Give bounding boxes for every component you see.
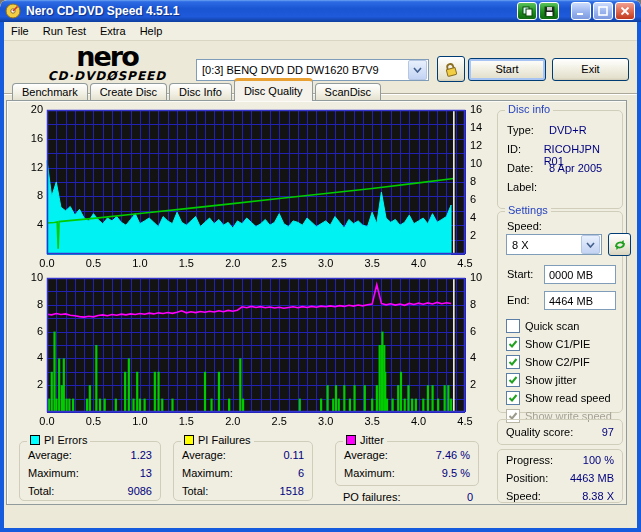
menu-help[interactable]: Help bbox=[133, 23, 170, 39]
start-position-field[interactable] bbox=[544, 265, 616, 284]
pie-maximum-value: 13 bbox=[140, 467, 152, 479]
po-failures-value: 0 bbox=[467, 491, 473, 503]
check-icon bbox=[508, 357, 518, 367]
chevron-down-icon bbox=[586, 242, 595, 248]
disc-info-group: Disc info Type:DVD+R ID:RICOHJPN R01 Dat… bbox=[497, 110, 623, 209]
tab-benchmark[interactable]: Benchmark bbox=[12, 83, 88, 101]
pi-errors-chart bbox=[21, 105, 499, 271]
checkbox-label: Show C1/PIE bbox=[525, 338, 590, 350]
lock-icon bbox=[443, 61, 459, 77]
checkbox-box[interactable] bbox=[506, 337, 520, 351]
menu-run-test[interactable]: Run Test bbox=[36, 23, 93, 39]
pie-maximum-label: Maximum: bbox=[28, 467, 140, 479]
checkbox-label: Show C2/PIF bbox=[525, 356, 590, 368]
checkbox-quick-scan[interactable]: Quick scan bbox=[506, 318, 579, 333]
pi-errors-title: PI Errors bbox=[44, 434, 87, 446]
menu-extra[interactable]: Extra bbox=[93, 23, 133, 39]
quality-score-label: Quality score: bbox=[506, 426, 602, 438]
po-failures-row: PO failures: 0 bbox=[343, 491, 473, 503]
settings-group: Settings Speed: 8 X Start: End: bbox=[497, 211, 623, 413]
tab-create-disc[interactable]: Create Disc bbox=[90, 83, 167, 101]
refresh-speeds-button[interactable] bbox=[608, 233, 631, 256]
disc-date-value: 8 Apr 2005 bbox=[549, 162, 602, 174]
save-button[interactable] bbox=[539, 2, 559, 20]
current-speed-value: 8.38 X bbox=[582, 490, 614, 502]
minimize-icon bbox=[576, 6, 586, 16]
window-border-right bbox=[637, 22, 641, 532]
speed-label: Speed: bbox=[507, 220, 542, 232]
jitter-maximum-value: 9.5 % bbox=[442, 467, 470, 479]
checkbox-label: Quick scan bbox=[525, 320, 579, 332]
exit-button-label: Exit bbox=[581, 63, 599, 75]
settings-title: Settings bbox=[505, 204, 551, 216]
chevron-down-icon bbox=[413, 67, 422, 73]
tab-scandisc[interactable]: ScanDisc bbox=[315, 83, 381, 101]
pif-total-label: Total: bbox=[182, 485, 280, 497]
end-position-field[interactable] bbox=[544, 291, 616, 310]
jitter-title: Jitter bbox=[360, 434, 384, 446]
window-border-left bbox=[0, 22, 4, 532]
pie-total-value: 9086 bbox=[128, 485, 152, 497]
drive-select-arrow-button[interactable] bbox=[408, 60, 427, 80]
jitter-swatch-icon bbox=[346, 435, 356, 445]
checkbox-box[interactable] bbox=[506, 319, 520, 333]
checkbox-show-c1-pie[interactable]: Show C1/PIE bbox=[506, 336, 590, 351]
checkbox-label: Show read speed bbox=[525, 392, 611, 404]
pi-errors-swatch-icon bbox=[30, 435, 40, 445]
maximize-button[interactable] bbox=[593, 2, 613, 20]
tab-disc-info[interactable]: Disc Info bbox=[169, 83, 232, 101]
disc-quality-page: Disc info Type:DVD+R ID:RICOHJPN R01 Dat… bbox=[6, 100, 627, 505]
close-button[interactable] bbox=[615, 2, 635, 20]
speed-select[interactable]: 8 X bbox=[506, 234, 602, 255]
disc-type-label: Type: bbox=[507, 124, 549, 136]
quality-score-value: 97 bbox=[602, 426, 614, 438]
speed-select-value: 8 X bbox=[507, 239, 580, 251]
check-icon bbox=[508, 375, 518, 385]
start-button-label: Start bbox=[495, 63, 518, 75]
checkbox-show-read-speed[interactable]: Show read speed bbox=[506, 390, 611, 405]
menu-file[interactable]: File bbox=[4, 23, 36, 39]
quality-score-box: Quality score: 97 bbox=[497, 419, 623, 445]
pif-maximum-label: Maximum: bbox=[182, 467, 298, 479]
jitter-average-value: 7.46 % bbox=[436, 449, 470, 461]
maximize-icon bbox=[598, 6, 608, 16]
copy-icon bbox=[522, 6, 533, 17]
exit-button[interactable]: Exit bbox=[552, 58, 629, 81]
drive-select-value: [0:3] BENQ DVD DD DW1620 B7V9 bbox=[197, 64, 407, 76]
menu-bar: File Run Test Extra Help bbox=[4, 22, 637, 41]
start-button[interactable]: Start bbox=[468, 58, 546, 81]
window-title: Nero CD-DVD Speed 4.51.1 bbox=[26, 4, 515, 18]
tab-disc-quality[interactable]: Disc Quality bbox=[234, 78, 313, 101]
checkbox-label: Show jitter bbox=[525, 374, 576, 386]
eject-button[interactable] bbox=[437, 56, 465, 82]
copy-button[interactable] bbox=[517, 2, 537, 20]
progress-value: 100 % bbox=[583, 454, 614, 466]
disc-date-label: Date: bbox=[507, 162, 549, 174]
pi-errors-group: PI Errors Average:1.23 Maximum:13 Total:… bbox=[19, 441, 161, 501]
pi-failures-swatch-icon bbox=[184, 435, 194, 445]
speed-select-arrow-button[interactable] bbox=[581, 235, 600, 254]
save-icon bbox=[544, 6, 555, 17]
close-icon bbox=[620, 6, 630, 16]
pif-total-value: 1518 bbox=[280, 485, 304, 497]
window-border-bottom bbox=[0, 528, 641, 532]
minimize-button[interactable] bbox=[571, 2, 591, 20]
disc-type-value: DVD+R bbox=[549, 124, 587, 136]
progress-box: Progress:100 % Position:4463 MB Speed:8.… bbox=[497, 449, 623, 503]
pi-failures-jitter-chart bbox=[21, 273, 499, 429]
jitter-group: Jitter Average:7.46 % Maximum:9.5 % bbox=[335, 441, 479, 486]
pi-failures-title: PI Failures bbox=[198, 434, 251, 446]
checkbox-show-jitter[interactable]: Show jitter bbox=[506, 372, 576, 387]
start-position-label: Start: bbox=[507, 268, 533, 280]
title-bar: Nero CD-DVD Speed 4.51.1 bbox=[0, 0, 641, 22]
checkbox-show-c2-pif[interactable]: Show C2/PIF bbox=[506, 354, 590, 369]
po-failures-label: PO failures: bbox=[343, 491, 467, 503]
current-speed-label: Speed: bbox=[506, 490, 582, 502]
pi-failures-group: PI Failures Average:0.11 Maximum:6 Total… bbox=[173, 441, 313, 501]
progress-label: Progress: bbox=[506, 454, 583, 466]
end-position-label: End: bbox=[507, 294, 530, 306]
app-icon bbox=[5, 3, 21, 19]
checkbox-box[interactable] bbox=[506, 355, 520, 369]
checkbox-box[interactable] bbox=[506, 373, 520, 387]
checkbox-box[interactable] bbox=[506, 391, 520, 405]
